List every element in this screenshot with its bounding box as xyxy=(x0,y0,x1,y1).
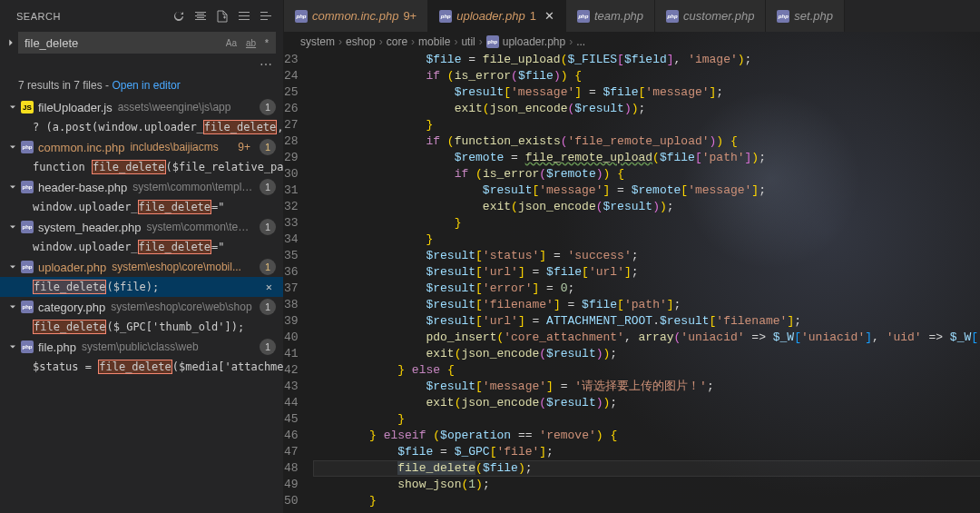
code-line[interactable]: $result['url'] = $file['url']; xyxy=(313,264,980,281)
code-line[interactable]: } else { xyxy=(313,362,980,379)
code-line[interactable]: $result['message'] = $file['message']; xyxy=(313,84,980,101)
close-icon[interactable]: ✕ xyxy=(544,9,554,23)
breadcrumb-segment[interactable]: util xyxy=(461,35,475,48)
breadcrumb-segment[interactable]: eshop xyxy=(346,35,376,48)
editor-tab[interactable]: php uploader.php 1 ✕ xyxy=(428,0,566,32)
open-in-editor-link[interactable]: Open in editor xyxy=(112,79,180,92)
code-line[interactable]: exit(json_encode($result)); xyxy=(313,395,980,411)
code-line[interactable]: exit(json_encode($result)); xyxy=(313,346,980,362)
file-result[interactable]: JS fileUploader.js assets\weengine\js\ap… xyxy=(0,97,283,117)
code-line[interactable]: $result['error'] = 0; xyxy=(313,281,980,297)
new-file-icon[interactable] xyxy=(212,6,232,26)
match-count-badge: 1 xyxy=(260,99,276,115)
tab-name: uploader.php xyxy=(456,9,524,23)
search-input[interactable] xyxy=(24,36,223,50)
match-count-badge: 1 xyxy=(260,299,276,315)
line-number: 39 xyxy=(284,313,299,330)
match-result[interactable]: file_delete($file);✕ xyxy=(0,277,283,297)
breadcrumb-segment[interactable]: system xyxy=(300,35,335,48)
code-line[interactable]: $result['message'] = $remote['message']; xyxy=(313,183,980,199)
toggle-replace-icon[interactable] xyxy=(4,36,18,49)
breadcrumb-segment[interactable]: uploader.php xyxy=(503,35,565,48)
editor-tab[interactable]: php common.inc.php 9+ xyxy=(284,0,428,32)
match-result[interactable]: $status = file_delete($media['attachment… xyxy=(0,357,283,377)
breadcrumb-segment[interactable]: ... xyxy=(576,35,585,48)
chevron-down-icon[interactable] xyxy=(7,142,18,153)
match-result[interactable]: ? (a.post(window.uploader_file_delete, { xyxy=(0,117,283,137)
php-icon: php xyxy=(666,10,679,23)
editor-area: php common.inc.php 9+ php uploader.php 1… xyxy=(284,0,980,513)
file-path: system\eshop\core\mobil... xyxy=(112,261,256,273)
code-line[interactable]: $result['message'] = '请选择要上传的图片！'; xyxy=(313,379,980,395)
breadcrumb-segment[interactable]: core xyxy=(387,35,407,48)
line-number: 29 xyxy=(284,150,299,166)
file-result[interactable]: php system_header.php system\common\temp… xyxy=(0,217,283,237)
refresh-icon[interactable] xyxy=(169,6,189,26)
more-options-icon[interactable]: ⋯ xyxy=(0,57,283,75)
code-editor[interactable]: 2324252627282930313233343536373839404142… xyxy=(284,52,980,513)
code-line[interactable]: exit(json_encode($result)); xyxy=(313,101,980,117)
file-result[interactable]: php category.php system\eshop\core\web\s… xyxy=(0,297,283,317)
file-path: system\common\templ... xyxy=(146,221,256,233)
code-line[interactable]: $file = file_upload($_FILES[$field], 'im… xyxy=(313,52,980,68)
chevron-down-icon[interactable] xyxy=(7,341,18,352)
code-line[interactable]: if (is_error($file)) { xyxy=(313,68,980,84)
breadcrumb: system›eshop›core›mobile›util›phpuploade… xyxy=(284,32,980,52)
editor-tab[interactable]: php team.php xyxy=(566,0,655,32)
chevron-down-icon[interactable] xyxy=(7,182,18,192)
code-line[interactable]: $result['status'] = 'success'; xyxy=(313,248,980,264)
chevron-down-icon[interactable] xyxy=(7,222,18,232)
line-number: 47 xyxy=(284,444,299,460)
code-line[interactable]: } xyxy=(313,215,980,232)
match-text: window.uploader_file_delete=" xyxy=(33,201,225,213)
match-result[interactable]: window.uploader_file_delete=" xyxy=(0,237,283,257)
code-line[interactable]: $result['filename'] = $file['path']; xyxy=(313,297,980,313)
whole-word-icon[interactable]: ab xyxy=(243,36,259,50)
code-line[interactable]: if (function_exists('file_remote_upload'… xyxy=(313,133,980,150)
code-content[interactable]: $file = file_upload($_FILES[$field], 'im… xyxy=(313,52,980,513)
search-box: Aa ab * xyxy=(18,32,276,54)
code-line[interactable]: exit(json_encode($result)); xyxy=(313,199,980,215)
clear-icon[interactable] xyxy=(191,6,211,26)
expand-icon[interactable] xyxy=(256,6,276,26)
match-result[interactable]: file_delete($_GPC['thumb_old']); xyxy=(0,317,283,337)
match-result[interactable]: function file_delete($file_relative_path… xyxy=(0,157,283,177)
line-number: 34 xyxy=(284,232,299,248)
tab-name: set.php xyxy=(794,9,833,23)
chevron-down-icon[interactable] xyxy=(7,301,18,312)
code-line[interactable]: file_delete($file); xyxy=(313,460,980,477)
code-line[interactable]: } xyxy=(313,411,980,428)
code-line[interactable]: $file = $_GPC['file']; xyxy=(313,444,980,460)
code-line[interactable]: if (is_error($remote)) { xyxy=(313,166,980,183)
breadcrumb-separator: › xyxy=(479,35,483,48)
code-line[interactable]: $result['url'] = ATTACHMENT_ROOT.$result… xyxy=(313,313,980,330)
file-result[interactable]: php file.php system\public\class\web 1 xyxy=(0,337,283,357)
editor-tab[interactable]: php customer.php xyxy=(655,0,766,32)
file-type-icon: php xyxy=(20,181,34,193)
file-result[interactable]: php uploader.php system\eshop\core\mobil… xyxy=(0,257,283,277)
file-result[interactable]: php common.inc.php includes\baijiacms 9+… xyxy=(0,137,283,157)
code-line[interactable]: pdo_insert('core_attachment', array('uni… xyxy=(313,330,980,346)
code-line[interactable]: } xyxy=(313,493,980,509)
file-name: fileUploader.js xyxy=(38,101,113,114)
file-name: system_header.php xyxy=(38,221,141,234)
breadcrumb-segment[interactable]: mobile xyxy=(418,35,450,48)
chevron-down-icon[interactable] xyxy=(7,261,18,272)
case-sensitive-icon[interactable]: Aa xyxy=(223,36,240,50)
code-line[interactable]: } xyxy=(313,117,980,133)
match-result[interactable]: window.uploader_file_delete=" xyxy=(0,197,283,217)
chevron-down-icon[interactable] xyxy=(7,102,18,113)
code-line[interactable]: show_json(1); xyxy=(313,477,980,493)
regex-icon[interactable]: * xyxy=(262,36,271,50)
dismiss-icon[interactable]: ✕ xyxy=(262,281,276,293)
line-number: 31 xyxy=(284,183,299,199)
code-line[interactable]: } xyxy=(313,232,980,248)
match-text: window.uploader_file_delete=" xyxy=(33,241,225,253)
editor-tab[interactable]: php set.php xyxy=(766,0,845,32)
file-result[interactable]: php header-base.php system\common\templa… xyxy=(0,177,283,197)
collapse-icon[interactable] xyxy=(234,6,254,26)
code-line[interactable]: $remote = file_remote_upload($file['path… xyxy=(313,150,980,166)
code-line[interactable]: } elseif ($operation == 'remove') { xyxy=(313,428,980,444)
line-number: 26 xyxy=(284,101,299,117)
line-number: 23 xyxy=(284,52,299,68)
